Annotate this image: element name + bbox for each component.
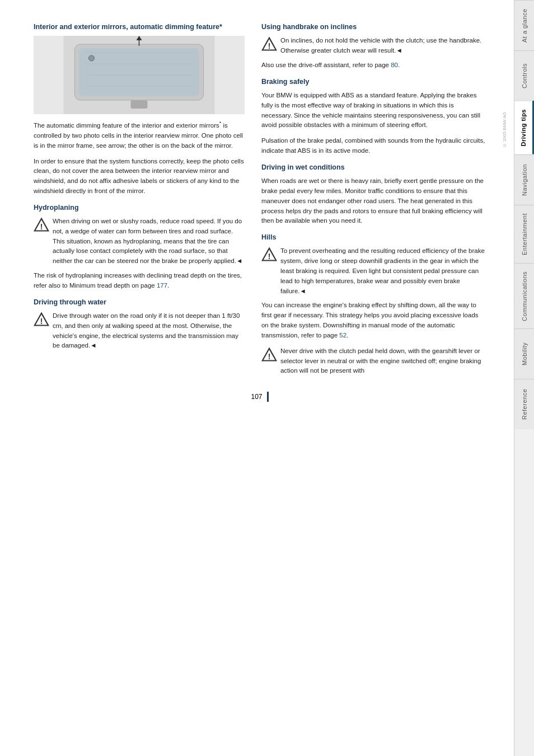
section-braking: Braking safely Your BMW is equipped with… (261, 77, 486, 156)
left-column: Interior and exterior mirrors, automatic… (34, 22, 245, 381)
wet-para: When roads are wet or there is heavy rai… (261, 176, 486, 226)
page-number-container: 107 (34, 392, 486, 402)
svg-point-10 (88, 55, 94, 61)
right-column: Using handbrake on inclines ! On incline… (261, 22, 486, 381)
hydroplaning-warning-text: When driving on wet or slushy roads, red… (53, 217, 245, 266)
section-hills-title: Hills (261, 233, 486, 242)
handbrake-warning-icon: ! (261, 36, 277, 52)
water-warning: ! Drive through water on the road only i… (34, 311, 245, 351)
section-hills: Hills ! To prevent overheating and the r… (261, 233, 486, 376)
svg-text:!: ! (40, 317, 43, 326)
hills-warning2: ! Never drive with the clutch pedal held… (261, 346, 486, 376)
sidebar-tabs: At a glance Controls Driving tips Naviga… (514, 0, 534, 756)
svg-text:!: ! (268, 252, 271, 261)
page-number-bar (267, 392, 269, 402)
sidebar-tab-at-a-glance[interactable]: At a glance (514, 0, 534, 50)
section-mirrors-title: Interior and exterior mirrors, automatic… (34, 22, 245, 31)
section-water-title: Driving through water (34, 298, 245, 307)
braking-para1: Your BMW is equipped with ABS as a stand… (261, 91, 486, 130)
section-driving-through-water: Driving through water ! Drive through wa… (34, 298, 245, 351)
handbrake-page-link[interactable]: 80 (391, 62, 398, 68)
handbrake-warning: ! On inclines, do not hold the vehicle w… (261, 36, 486, 56)
hydroplaning-page-link[interactable]: 177 (157, 282, 167, 289)
section-wet-conditions: Driving in wet conditions When roads are… (261, 163, 486, 226)
handbrake-para: Also use the drive-off assistant, refer … (261, 60, 486, 71)
hills-warning1: ! To prevent overheating and the resulti… (261, 246, 486, 296)
section-hydroplaning: Hydroplaning ! When driving on wet or sl… (34, 203, 245, 291)
water-warning-icon: ! (34, 312, 49, 327)
watermark: © 2005 BMW AG (502, 112, 507, 148)
hills-warning-icon2: ! (261, 347, 277, 363)
section-braking-title: Braking safely (261, 77, 486, 86)
svg-text:!: ! (40, 222, 43, 231)
mirrors-para1: The automatic dimming feature of the int… (34, 120, 245, 151)
sidebar-tab-entertainment[interactable]: Entertainment (514, 205, 534, 263)
superscript-star: * (219, 120, 222, 126)
section-mirrors: Interior and exterior mirrors, automatic… (34, 22, 245, 196)
sidebar-tab-navigation[interactable]: Navigation (514, 154, 534, 205)
braking-para2: Pulsation of the brake pedal, combined w… (261, 136, 486, 156)
sidebar-tab-reference[interactable]: Reference (514, 379, 534, 429)
svg-rect-2 (79, 48, 199, 96)
svg-text:!: ! (268, 352, 271, 361)
section-hydroplaning-title: Hydroplaning (34, 203, 245, 212)
hills-page-link[interactable]: 52 (339, 332, 346, 339)
sidebar-tab-mobility[interactable]: Mobility (514, 328, 534, 379)
sidebar-tab-controls[interactable]: Controls (514, 50, 534, 101)
svg-text:!: ! (268, 41, 271, 50)
mirrors-para2: In order to ensure that the system funct… (34, 157, 245, 196)
hydroplaning-para: The risk of hydroplaning increases with … (34, 271, 245, 291)
handbrake-warning-text: On inclines, do not hold the vehicle wit… (280, 36, 486, 56)
hills-para1: You can increase the engine's braking ef… (261, 300, 486, 340)
hydroplaning-warning: ! When driving on wet or slushy roads, r… (34, 217, 245, 266)
sidebar-tab-driving-tips[interactable]: Driving tips (514, 101, 534, 154)
hills-warning-icon1: ! (261, 247, 277, 262)
page-number: 107 (251, 393, 262, 401)
svg-rect-9 (130, 100, 147, 109)
section-handbrake: Using handbrake on inclines ! On incline… (261, 22, 486, 71)
hills-warning-text1: To prevent overheating and the resulting… (280, 246, 486, 296)
water-warning-text: Drive through water on the road only if … (53, 311, 245, 351)
mirror-image (34, 36, 245, 114)
warning-triangle-icon: ! (34, 217, 49, 233)
hills-warning-text2: Never drive with the clutch pedal held d… (280, 346, 486, 376)
section-wet-title: Driving in wet conditions (261, 163, 486, 172)
sidebar-tab-communications[interactable]: Communications (514, 263, 534, 329)
section-handbrake-title: Using handbrake on inclines (261, 22, 486, 31)
